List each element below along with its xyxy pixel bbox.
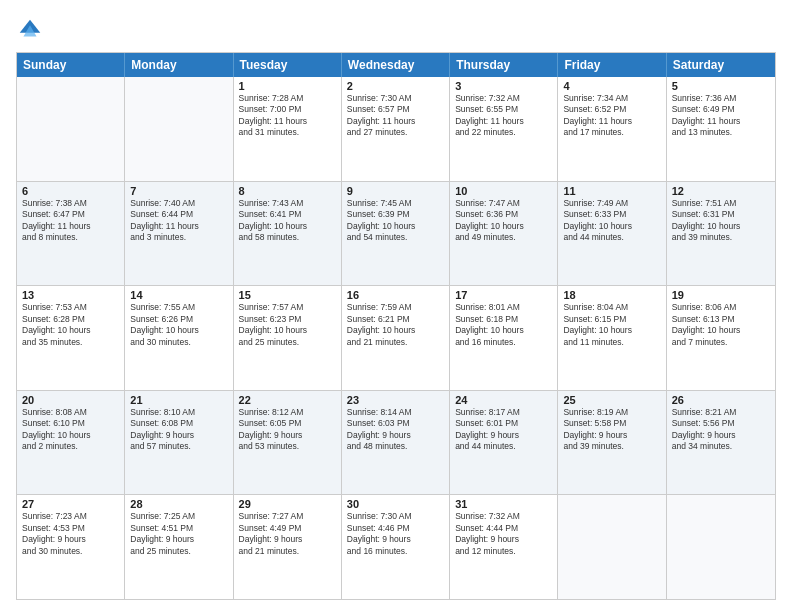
cell-info: Sunrise: 8:01 AM Sunset: 6:18 PM Dayligh… [455, 302, 552, 348]
cal-cell-2-1: 6Sunrise: 7:38 AM Sunset: 6:47 PM Daylig… [17, 182, 125, 286]
calendar-row-4: 20Sunrise: 8:08 AM Sunset: 6:10 PM Dayli… [17, 391, 775, 496]
cell-info: Sunrise: 8:08 AM Sunset: 6:10 PM Dayligh… [22, 407, 119, 453]
day-number: 10 [455, 185, 552, 197]
cal-cell-5-6 [558, 495, 666, 599]
cal-cell-3-4: 16Sunrise: 7:59 AM Sunset: 6:21 PM Dayli… [342, 286, 450, 390]
cal-cell-5-7 [667, 495, 775, 599]
cal-cell-3-5: 17Sunrise: 8:01 AM Sunset: 6:18 PM Dayli… [450, 286, 558, 390]
cal-cell-3-1: 13Sunrise: 7:53 AM Sunset: 6:28 PM Dayli… [17, 286, 125, 390]
cell-info: Sunrise: 7:23 AM Sunset: 4:53 PM Dayligh… [22, 511, 119, 557]
header-day-sunday: Sunday [17, 53, 125, 77]
header [16, 16, 776, 44]
cell-info: Sunrise: 7:38 AM Sunset: 6:47 PM Dayligh… [22, 198, 119, 244]
logo [16, 16, 48, 44]
cell-info: Sunrise: 7:34 AM Sunset: 6:52 PM Dayligh… [563, 93, 660, 139]
day-number: 2 [347, 80, 444, 92]
day-number: 19 [672, 289, 770, 301]
calendar-row-2: 6Sunrise: 7:38 AM Sunset: 6:47 PM Daylig… [17, 182, 775, 287]
cal-cell-4-1: 20Sunrise: 8:08 AM Sunset: 6:10 PM Dayli… [17, 391, 125, 495]
cal-cell-3-6: 18Sunrise: 8:04 AM Sunset: 6:15 PM Dayli… [558, 286, 666, 390]
day-number: 4 [563, 80, 660, 92]
cal-cell-1-7: 5Sunrise: 7:36 AM Sunset: 6:49 PM Daylig… [667, 77, 775, 181]
logo-icon [16, 16, 44, 44]
cell-info: Sunrise: 7:49 AM Sunset: 6:33 PM Dayligh… [563, 198, 660, 244]
calendar-body: 1Sunrise: 7:28 AM Sunset: 7:00 PM Daylig… [17, 77, 775, 599]
day-number: 21 [130, 394, 227, 406]
cal-cell-5-4: 30Sunrise: 7:30 AM Sunset: 4:46 PM Dayli… [342, 495, 450, 599]
cell-info: Sunrise: 7:51 AM Sunset: 6:31 PM Dayligh… [672, 198, 770, 244]
cal-cell-3-7: 19Sunrise: 8:06 AM Sunset: 6:13 PM Dayli… [667, 286, 775, 390]
cell-info: Sunrise: 8:21 AM Sunset: 5:56 PM Dayligh… [672, 407, 770, 453]
day-number: 12 [672, 185, 770, 197]
cal-cell-1-4: 2Sunrise: 7:30 AM Sunset: 6:57 PM Daylig… [342, 77, 450, 181]
cal-cell-1-6: 4Sunrise: 7:34 AM Sunset: 6:52 PM Daylig… [558, 77, 666, 181]
cal-cell-1-2 [125, 77, 233, 181]
cal-cell-5-5: 31Sunrise: 7:32 AM Sunset: 4:44 PM Dayli… [450, 495, 558, 599]
page: SundayMondayTuesdayWednesdayThursdayFrid… [0, 0, 792, 612]
day-number: 14 [130, 289, 227, 301]
calendar-header: SundayMondayTuesdayWednesdayThursdayFrid… [17, 53, 775, 77]
cell-info: Sunrise: 7:47 AM Sunset: 6:36 PM Dayligh… [455, 198, 552, 244]
cal-cell-5-1: 27Sunrise: 7:23 AM Sunset: 4:53 PM Dayli… [17, 495, 125, 599]
day-number: 16 [347, 289, 444, 301]
day-number: 8 [239, 185, 336, 197]
cal-cell-4-3: 22Sunrise: 8:12 AM Sunset: 6:05 PM Dayli… [234, 391, 342, 495]
cell-info: Sunrise: 8:06 AM Sunset: 6:13 PM Dayligh… [672, 302, 770, 348]
day-number: 31 [455, 498, 552, 510]
header-day-friday: Friday [558, 53, 666, 77]
cell-info: Sunrise: 7:32 AM Sunset: 6:55 PM Dayligh… [455, 93, 552, 139]
cell-info: Sunrise: 7:32 AM Sunset: 4:44 PM Dayligh… [455, 511, 552, 557]
cell-info: Sunrise: 7:53 AM Sunset: 6:28 PM Dayligh… [22, 302, 119, 348]
cal-cell-2-4: 9Sunrise: 7:45 AM Sunset: 6:39 PM Daylig… [342, 182, 450, 286]
cell-info: Sunrise: 8:17 AM Sunset: 6:01 PM Dayligh… [455, 407, 552, 453]
cell-info: Sunrise: 7:27 AM Sunset: 4:49 PM Dayligh… [239, 511, 336, 557]
calendar: SundayMondayTuesdayWednesdayThursdayFrid… [16, 52, 776, 600]
day-number: 7 [130, 185, 227, 197]
day-number: 15 [239, 289, 336, 301]
day-number: 26 [672, 394, 770, 406]
cal-cell-2-6: 11Sunrise: 7:49 AM Sunset: 6:33 PM Dayli… [558, 182, 666, 286]
day-number: 22 [239, 394, 336, 406]
cal-cell-1-5: 3Sunrise: 7:32 AM Sunset: 6:55 PM Daylig… [450, 77, 558, 181]
cal-cell-2-3: 8Sunrise: 7:43 AM Sunset: 6:41 PM Daylig… [234, 182, 342, 286]
cal-cell-3-3: 15Sunrise: 7:57 AM Sunset: 6:23 PM Dayli… [234, 286, 342, 390]
cell-info: Sunrise: 7:36 AM Sunset: 6:49 PM Dayligh… [672, 93, 770, 139]
day-number: 18 [563, 289, 660, 301]
cell-info: Sunrise: 8:12 AM Sunset: 6:05 PM Dayligh… [239, 407, 336, 453]
cell-info: Sunrise: 7:45 AM Sunset: 6:39 PM Dayligh… [347, 198, 444, 244]
cell-info: Sunrise: 8:14 AM Sunset: 6:03 PM Dayligh… [347, 407, 444, 453]
cell-info: Sunrise: 8:19 AM Sunset: 5:58 PM Dayligh… [563, 407, 660, 453]
day-number: 20 [22, 394, 119, 406]
day-number: 11 [563, 185, 660, 197]
cell-info: Sunrise: 7:30 AM Sunset: 6:57 PM Dayligh… [347, 93, 444, 139]
cal-cell-2-2: 7Sunrise: 7:40 AM Sunset: 6:44 PM Daylig… [125, 182, 233, 286]
header-day-tuesday: Tuesday [234, 53, 342, 77]
cal-cell-5-2: 28Sunrise: 7:25 AM Sunset: 4:51 PM Dayli… [125, 495, 233, 599]
cell-info: Sunrise: 7:43 AM Sunset: 6:41 PM Dayligh… [239, 198, 336, 244]
cell-info: Sunrise: 8:10 AM Sunset: 6:08 PM Dayligh… [130, 407, 227, 453]
cal-cell-3-2: 14Sunrise: 7:55 AM Sunset: 6:26 PM Dayli… [125, 286, 233, 390]
calendar-row-5: 27Sunrise: 7:23 AM Sunset: 4:53 PM Dayli… [17, 495, 775, 599]
cal-cell-2-5: 10Sunrise: 7:47 AM Sunset: 6:36 PM Dayli… [450, 182, 558, 286]
day-number: 1 [239, 80, 336, 92]
calendar-row-1: 1Sunrise: 7:28 AM Sunset: 7:00 PM Daylig… [17, 77, 775, 182]
day-number: 24 [455, 394, 552, 406]
cell-info: Sunrise: 7:28 AM Sunset: 7:00 PM Dayligh… [239, 93, 336, 139]
header-day-thursday: Thursday [450, 53, 558, 77]
cal-cell-2-7: 12Sunrise: 7:51 AM Sunset: 6:31 PM Dayli… [667, 182, 775, 286]
day-number: 3 [455, 80, 552, 92]
cal-cell-4-2: 21Sunrise: 8:10 AM Sunset: 6:08 PM Dayli… [125, 391, 233, 495]
cal-cell-1-3: 1Sunrise: 7:28 AM Sunset: 7:00 PM Daylig… [234, 77, 342, 181]
cell-info: Sunrise: 7:25 AM Sunset: 4:51 PM Dayligh… [130, 511, 227, 557]
cell-info: Sunrise: 7:59 AM Sunset: 6:21 PM Dayligh… [347, 302, 444, 348]
cell-info: Sunrise: 7:30 AM Sunset: 4:46 PM Dayligh… [347, 511, 444, 557]
cal-cell-4-7: 26Sunrise: 8:21 AM Sunset: 5:56 PM Dayli… [667, 391, 775, 495]
cal-cell-4-5: 24Sunrise: 8:17 AM Sunset: 6:01 PM Dayli… [450, 391, 558, 495]
day-number: 25 [563, 394, 660, 406]
header-day-wednesday: Wednesday [342, 53, 450, 77]
day-number: 29 [239, 498, 336, 510]
day-number: 23 [347, 394, 444, 406]
cal-cell-4-4: 23Sunrise: 8:14 AM Sunset: 6:03 PM Dayli… [342, 391, 450, 495]
cell-info: Sunrise: 7:55 AM Sunset: 6:26 PM Dayligh… [130, 302, 227, 348]
day-number: 5 [672, 80, 770, 92]
